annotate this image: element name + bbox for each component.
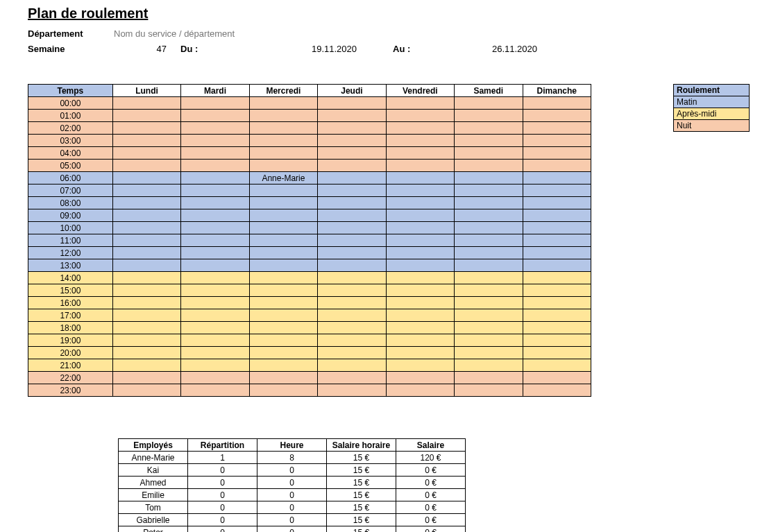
schedule-cell[interactable] [455, 309, 523, 322]
schedule-cell[interactable] [318, 259, 386, 272]
schedule-cell[interactable] [386, 234, 454, 247]
schedule-cell[interactable] [249, 359, 317, 372]
schedule-cell[interactable] [386, 185, 454, 197]
schedule-cell[interactable] [318, 197, 386, 209]
schedule-cell[interactable] [181, 185, 249, 197]
schedule-cell[interactable] [386, 259, 454, 272]
schedule-cell[interactable] [455, 135, 523, 147]
schedule-cell[interactable] [455, 359, 523, 372]
schedule-cell[interactable] [249, 272, 317, 284]
schedule-cell[interactable] [112, 172, 180, 185]
schedule-cell[interactable] [318, 122, 386, 135]
schedule-cell[interactable] [523, 272, 591, 284]
schedule-cell[interactable] [455, 122, 523, 135]
schedule-cell[interactable] [112, 147, 180, 160]
schedule-cell[interactable] [112, 372, 180, 384]
schedule-cell[interactable] [523, 234, 591, 247]
schedule-cell[interactable] [249, 135, 317, 147]
schedule-cell[interactable] [455, 247, 523, 259]
schedule-cell[interactable] [112, 122, 180, 135]
schedule-cell[interactable] [386, 284, 454, 297]
schedule-cell[interactable] [318, 209, 386, 222]
schedule-cell[interactable] [249, 347, 317, 359]
schedule-cell[interactable] [181, 160, 249, 172]
schedule-cell[interactable] [386, 135, 454, 147]
schedule-cell[interactable] [112, 110, 180, 122]
schedule-cell[interactable] [455, 272, 523, 284]
schedule-cell[interactable] [318, 359, 386, 372]
schedule-cell[interactable] [112, 234, 180, 247]
schedule-cell[interactable] [249, 209, 317, 222]
schedule-cell[interactable] [455, 147, 523, 160]
schedule-cell[interactable] [181, 209, 249, 222]
schedule-cell[interactable] [318, 222, 386, 234]
schedule-cell[interactable] [249, 122, 317, 135]
schedule-cell[interactable] [523, 172, 591, 185]
schedule-cell[interactable] [455, 209, 523, 222]
schedule-cell[interactable] [181, 110, 249, 122]
schedule-cell[interactable] [523, 97, 591, 110]
schedule-cell[interactable] [386, 272, 454, 284]
schedule-cell[interactable] [523, 259, 591, 272]
schedule-cell[interactable] [181, 347, 249, 359]
schedule-cell[interactable] [318, 234, 386, 247]
schedule-cell[interactable] [386, 110, 454, 122]
schedule-cell[interactable] [523, 247, 591, 259]
schedule-cell[interactable] [455, 185, 523, 197]
schedule-cell[interactable] [523, 209, 591, 222]
schedule-cell[interactable] [249, 147, 317, 160]
schedule-cell[interactable] [318, 172, 386, 185]
schedule-cell[interactable] [523, 297, 591, 309]
schedule-cell[interactable] [112, 297, 180, 309]
schedule-cell[interactable] [112, 309, 180, 322]
schedule-cell[interactable] [249, 297, 317, 309]
schedule-cell[interactable] [181, 135, 249, 147]
schedule-cell[interactable] [523, 185, 591, 197]
schedule-cell[interactable] [523, 322, 591, 334]
schedule-cell[interactable] [318, 160, 386, 172]
schedule-cell[interactable] [249, 160, 317, 172]
schedule-cell[interactable] [249, 234, 317, 247]
schedule-cell[interactable] [455, 234, 523, 247]
schedule-cell[interactable]: Anne-Marie [249, 172, 317, 185]
schedule-cell[interactable] [455, 222, 523, 234]
schedule-cell[interactable] [386, 172, 454, 185]
schedule-cell[interactable] [112, 222, 180, 234]
schedule-cell[interactable] [523, 384, 591, 397]
schedule-cell[interactable] [523, 160, 591, 172]
schedule-cell[interactable] [455, 97, 523, 110]
schedule-cell[interactable] [181, 197, 249, 209]
schedule-cell[interactable] [386, 209, 454, 222]
schedule-cell[interactable] [318, 322, 386, 334]
schedule-cell[interactable] [386, 322, 454, 334]
schedule-cell[interactable] [455, 160, 523, 172]
schedule-cell[interactable] [112, 197, 180, 209]
schedule-cell[interactable] [181, 247, 249, 259]
schedule-cell[interactable] [318, 135, 386, 147]
schedule-cell[interactable] [181, 234, 249, 247]
schedule-cell[interactable] [181, 122, 249, 135]
schedule-cell[interactable] [386, 160, 454, 172]
schedule-cell[interactable] [181, 97, 249, 110]
schedule-cell[interactable] [249, 259, 317, 272]
schedule-cell[interactable] [523, 372, 591, 384]
schedule-cell[interactable] [455, 384, 523, 397]
schedule-cell[interactable] [249, 309, 317, 322]
schedule-cell[interactable] [112, 247, 180, 259]
schedule-cell[interactable] [455, 347, 523, 359]
schedule-cell[interactable] [386, 384, 454, 397]
schedule-cell[interactable] [181, 172, 249, 185]
schedule-cell[interactable] [523, 284, 591, 297]
schedule-cell[interactable] [318, 185, 386, 197]
schedule-cell[interactable] [386, 309, 454, 322]
schedule-cell[interactable] [249, 197, 317, 209]
schedule-cell[interactable] [386, 147, 454, 160]
schedule-cell[interactable] [318, 372, 386, 384]
schedule-cell[interactable] [318, 297, 386, 309]
schedule-cell[interactable] [523, 135, 591, 147]
schedule-cell[interactable] [112, 272, 180, 284]
schedule-cell[interactable] [181, 334, 249, 347]
schedule-cell[interactable] [318, 97, 386, 110]
schedule-cell[interactable] [523, 309, 591, 322]
schedule-cell[interactable] [523, 334, 591, 347]
